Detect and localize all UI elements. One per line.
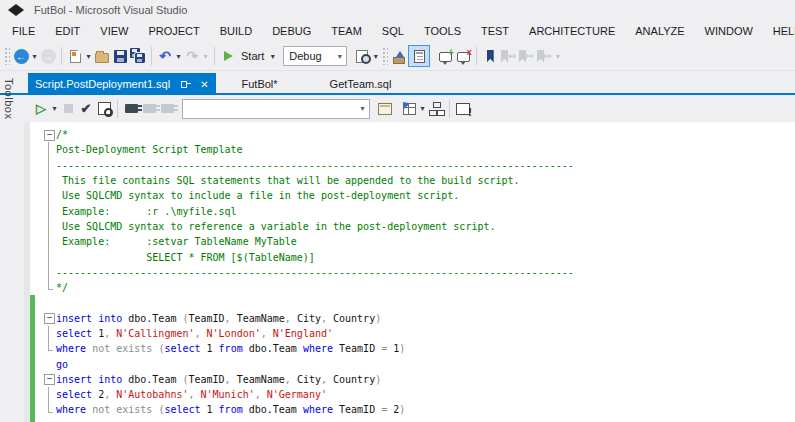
redo-dropdown[interactable]: ▾ (201, 52, 210, 61)
parse-script-button[interactable]: ✔ (77, 98, 95, 120)
outlining-margin[interactable] (42, 203, 56, 218)
menu-item-team[interactable]: TEAM (321, 22, 372, 40)
toolbar-overflow-dropdown[interactable]: ▾ (371, 52, 380, 61)
outlining-margin[interactable] (42, 295, 56, 310)
menu-item-project[interactable]: PROJECT (138, 22, 209, 40)
outlining-margin[interactable] (42, 356, 56, 371)
new-file-dropdown[interactable]: ▾ (84, 52, 93, 61)
outlining-margin[interactable] (42, 127, 56, 142)
outlining-margin[interactable] (42, 234, 56, 249)
code-line[interactable]: Example: :setvar TableName MyTable (30, 234, 795, 249)
undo-button[interactable]: ↶ (156, 45, 174, 67)
code-line[interactable]: Use SQLCMD syntax to include a file in t… (30, 188, 795, 203)
outlining-margin[interactable] (42, 280, 56, 295)
pin-icon[interactable] (180, 78, 192, 90)
navigate-backward-button[interactable]: ← (12, 45, 30, 67)
code-line[interactable]: ----------------------------------------… (30, 265, 795, 280)
outlining-margin[interactable] (42, 418, 56, 422)
tab-script-postdeployment[interactable]: Script.PostDeployment1.sql ✕ (28, 73, 216, 95)
update-database-dropdown[interactable]: ▾ (418, 104, 427, 113)
new-file-button[interactable] (66, 45, 84, 67)
undo-dropdown[interactable]: ▾ (174, 52, 183, 61)
menu-item-tools[interactable]: TOOLS (414, 22, 471, 40)
add-comment-button[interactable]: + (436, 45, 454, 67)
code-line[interactable]: Example: :r .\myfile.sql (30, 203, 795, 218)
menu-item-view[interactable]: VIEW (90, 22, 138, 40)
outlining-margin[interactable] (42, 173, 56, 188)
connect-button[interactable] (122, 98, 140, 120)
code-line[interactable]: This file contains SQL statements that w… (30, 173, 795, 188)
code-line[interactable]: where not exists (select 1 from dbo.Team… (30, 341, 795, 356)
delete-comment-button[interactable]: x (454, 45, 472, 67)
static-code-analysis-button[interactable] (95, 98, 113, 120)
outlining-margin[interactable] (42, 265, 56, 280)
menu-item-edit[interactable]: EDIT (45, 22, 90, 40)
find-in-files-button[interactable] (353, 45, 371, 67)
database-combo[interactable]: ▾ (182, 99, 370, 119)
disconnect-button[interactable] (140, 98, 158, 120)
outlining-margin[interactable] (42, 249, 56, 264)
navigate-forward-button[interactable]: → (39, 45, 57, 67)
toolbar-grip[interactable] (382, 47, 388, 65)
code-line[interactable]: SELECT * FROM [$(TableName)] (30, 249, 795, 264)
previous-bookmark-button[interactable]: ↤ (499, 45, 517, 67)
outlining-margin[interactable] (42, 219, 56, 234)
cancel-query-button[interactable] (59, 98, 77, 120)
outlining-margin[interactable] (42, 158, 56, 173)
save-button[interactable] (111, 45, 129, 67)
code-line[interactable]: go (30, 418, 795, 422)
start-debug-button[interactable] (219, 45, 237, 67)
outlining-margin[interactable] (42, 188, 56, 203)
close-icon[interactable]: ✕ (200, 79, 208, 90)
menu-item-help[interactable]: HELP (763, 22, 795, 40)
outlining-margin[interactable] (42, 341, 56, 356)
code-line[interactable]: ----------------------------------------… (30, 158, 795, 173)
menu-item-analyze[interactable]: ANALYZE (625, 22, 694, 40)
cycle-clipboard-ring-button[interactable] (408, 45, 430, 67)
tab-getteam[interactable]: GetTeam.sql (304, 73, 418, 95)
sqlcmd-mode-button[interactable] (454, 98, 472, 120)
menu-item-debug[interactable]: DEBUG (262, 22, 321, 40)
sync-with-active-document-button[interactable] (390, 45, 408, 67)
menu-item-sql[interactable]: SQL (372, 22, 414, 40)
outlining-margin[interactable] (42, 311, 56, 326)
execute-dropdown[interactable]: ▾ (50, 104, 59, 113)
code-line[interactable]: Use SQLCMD syntax to reference a variabl… (30, 219, 795, 234)
change-connection-button[interactable] (158, 98, 176, 120)
code-line[interactable] (30, 295, 795, 310)
outlining-margin[interactable] (42, 326, 56, 341)
execution-plan-button[interactable] (427, 98, 445, 120)
outlining-margin[interactable] (42, 402, 56, 417)
toggle-bookmark-button[interactable] (481, 45, 499, 67)
outlining-margin[interactable] (42, 142, 56, 157)
code-line[interactable]: insert into dbo.Team (TeamID, TeamName, … (30, 311, 795, 326)
open-file-button[interactable] (93, 45, 111, 67)
start-dropdown[interactable]: ▾ (268, 52, 277, 61)
code-line[interactable]: select 1, N'Callingmen', N'London', N'En… (30, 326, 795, 341)
navigate-backward-dropdown[interactable]: ▾ (30, 52, 39, 61)
next-bookmark-button[interactable]: ↦ (517, 45, 535, 67)
code-line[interactable]: where not exists (select 1 from dbo.Team… (30, 402, 795, 417)
outlining-margin[interactable] (42, 372, 56, 387)
update-database-button[interactable] (400, 98, 418, 120)
toolbar-overflow-dropdown[interactable]: ▾ (553, 52, 562, 61)
menu-item-test[interactable]: TEST (471, 22, 519, 40)
execute-query-button[interactable]: ▷ (32, 98, 50, 120)
save-all-button[interactable] (129, 45, 147, 67)
redo-button[interactable]: ↷ (183, 45, 201, 67)
menu-item-build[interactable]: BUILD (210, 22, 262, 40)
code-line[interactable]: insert into dbo.Team (TeamID, TeamName, … (30, 372, 795, 387)
menu-item-architecture[interactable]: ARCHITECTURE (519, 22, 625, 40)
solution-configuration-combo[interactable]: Debug ▾ (283, 46, 347, 66)
toolbar-grip[interactable] (4, 47, 10, 65)
code-line[interactable]: /* (30, 127, 795, 142)
tab-futbol[interactable]: FutBol* (216, 73, 304, 95)
code-line[interactable]: go (30, 356, 795, 371)
start-label[interactable]: Start (241, 50, 264, 62)
code-text-area[interactable]: /*Post-Deployment Script Template-------… (30, 122, 795, 422)
outlining-margin[interactable] (42, 387, 56, 402)
toolbox-tab[interactable]: Toolbox (3, 78, 15, 119)
next-bookmark-in-folder-button[interactable]: ↦ (535, 45, 553, 67)
code-line[interactable]: select 2, N'Autobahns', N'Munich', N'Ger… (30, 387, 795, 402)
menu-item-file[interactable]: FILE (2, 22, 45, 40)
